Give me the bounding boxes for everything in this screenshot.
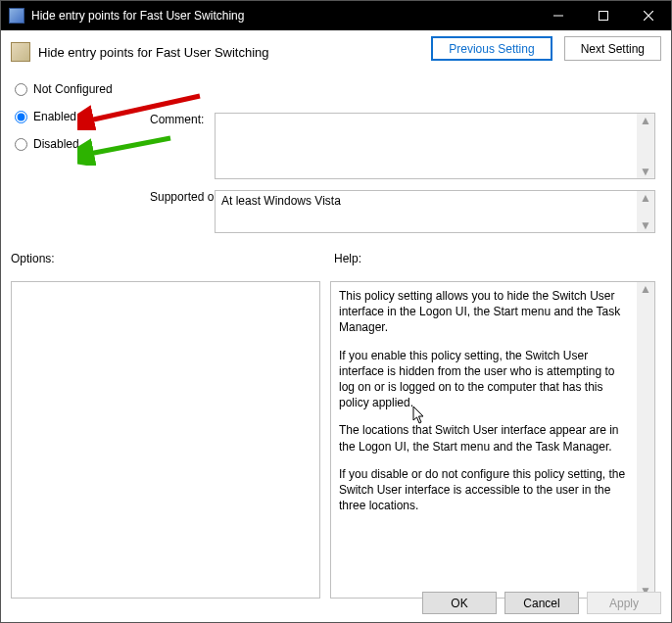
supported-scrollbar[interactable]: ▲▼ — [637, 191, 654, 232]
titlebar[interactable]: Hide entry points for Fast User Switchin… — [1, 1, 671, 30]
help-panel: This policy setting allows you to hide t… — [330, 281, 655, 599]
radio-enabled-input[interactable] — [15, 111, 27, 123]
maximize-button[interactable] — [581, 1, 626, 30]
policy-editor-window: Hide entry points for Fast User Switchin… — [0, 0, 672, 623]
radio-not-configured-label: Not Configured — [33, 82, 113, 96]
comment-scrollbar[interactable]: ▲▼ — [637, 114, 654, 178]
help-p1: This policy setting allows you to hide t… — [339, 288, 629, 336]
minimize-button[interactable] — [536, 1, 581, 30]
apply-button[interactable]: Apply — [587, 592, 661, 614]
footer-buttons: OK Cancel Apply — [1, 592, 661, 614]
ok-button[interactable]: OK — [422, 592, 497, 614]
comment-field[interactable]: ▲▼ — [215, 113, 655, 179]
help-p3: The locations that Switch User interface… — [339, 422, 629, 454]
nav-buttons: Previous Setting Next Setting — [431, 36, 661, 61]
svg-rect-0 — [600, 12, 608, 21]
policy-item-icon — [11, 42, 30, 62]
comment-textarea[interactable] — [216, 114, 637, 178]
comment-label: Comment: — [150, 113, 204, 126]
radio-not-configured-input[interactable] — [15, 83, 27, 96]
radio-disabled-input[interactable] — [15, 138, 27, 151]
radio-enabled-label: Enabled — [33, 110, 76, 123]
help-p2: If you enable this policy setting, the S… — [339, 348, 629, 411]
cancel-button[interactable]: Cancel — [504, 592, 579, 614]
help-label: Help: — [334, 252, 361, 265]
policy-icon — [9, 8, 24, 24]
next-setting-button[interactable]: Next Setting — [564, 36, 661, 61]
client-area: Hide entry points for Fast User Switchin… — [1, 30, 671, 622]
supported-on-value: At least Windows Vista — [216, 191, 637, 232]
options-label: Options: — [11, 252, 334, 265]
help-text: This policy setting allows you to hide t… — [331, 282, 637, 598]
radio-disabled-label: Disabled — [33, 137, 79, 151]
close-button[interactable] — [626, 1, 671, 30]
header-label: Hide entry points for Fast User Switchin… — [38, 45, 269, 60]
options-panel — [11, 281, 320, 599]
supported-on-field: At least Windows Vista ▲▼ — [215, 190, 655, 233]
previous-setting-button[interactable]: Previous Setting — [431, 36, 552, 61]
mid-labels: Options: Help: — [11, 252, 663, 265]
window-title: Hide entry points for Fast User Switchin… — [31, 9, 536, 23]
supported-on-label: Supported on: — [150, 190, 223, 204]
radio-not-configured[interactable]: Not Configured — [11, 77, 661, 101]
help-p4: If you disable or do not configure this … — [339, 466, 629, 514]
help-scrollbar[interactable]: ▲▼ — [637, 282, 654, 598]
